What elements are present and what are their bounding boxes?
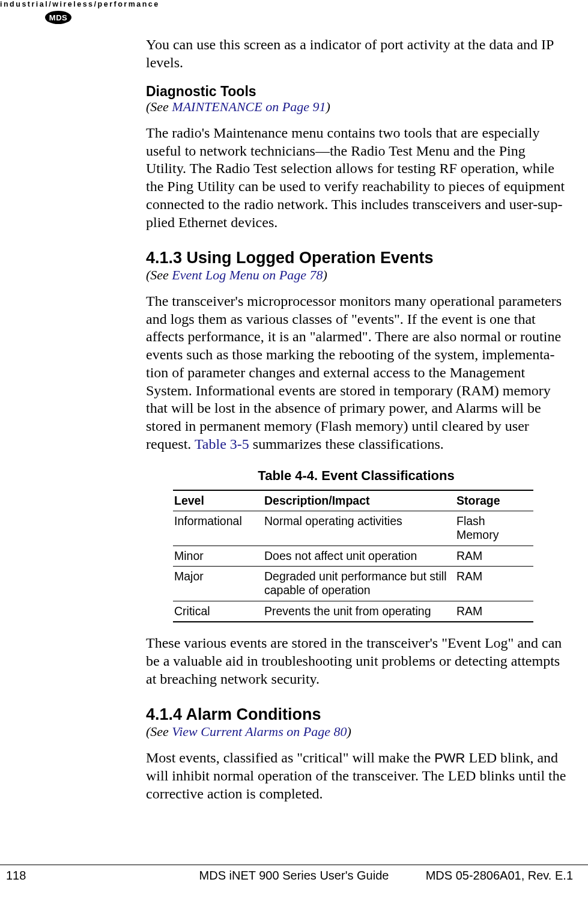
diagnostic-tools-body: The radio's Maintenance menu contains tw… bbox=[146, 124, 566, 232]
ref-prefix: (See bbox=[146, 267, 172, 282]
diagnostic-tools-reference: (See MAINTENANCE on Page 91) bbox=[146, 99, 566, 115]
table-3-5-link[interactable]: Table 3-5 bbox=[195, 436, 249, 452]
section-413-reference: (See Event Log Menu on Page 78) bbox=[146, 267, 566, 283]
page-footer: MDS iNET 900 Series User's Guide 118 MDS… bbox=[0, 865, 588, 883]
pwr-led-text: PWR bbox=[434, 750, 465, 765]
cell-level: Minor bbox=[173, 546, 263, 566]
th-storage: Storage bbox=[455, 490, 533, 511]
cell-storage: Flash Memory bbox=[455, 511, 533, 546]
cell-desc: Does not affect unit operation bbox=[263, 546, 455, 566]
body-part2: summarizes these classifications. bbox=[249, 436, 444, 452]
th-description: Description/Impact bbox=[263, 490, 455, 511]
body-part1: Most events, classified as "critical" wi… bbox=[146, 750, 434, 765]
logo-text: MDS bbox=[49, 13, 67, 22]
cell-level: Informational bbox=[173, 511, 263, 546]
cell-desc: Normal operating activities bbox=[263, 511, 455, 546]
footer-title: MDS iNET 900 Series User's Guide bbox=[0, 869, 588, 883]
table-header-row: Level Description/Impact Storage bbox=[173, 490, 533, 511]
after-table-paragraph: These various events are stored in the t… bbox=[146, 634, 566, 688]
cell-desc: Degraded unit performance but still capa… bbox=[263, 566, 455, 601]
section-414-body: Most events, classified as "critical" wi… bbox=[146, 749, 566, 803]
ref-suffix: ) bbox=[326, 99, 330, 114]
mds-logo: MDS bbox=[45, 11, 71, 24]
ref-suffix: ) bbox=[347, 724, 351, 739]
event-classifications-table: Level Description/Impact Storage Informa… bbox=[173, 490, 533, 622]
cell-storage: RAM bbox=[455, 546, 533, 566]
table-row: Minor Does not affect unit operation RAM bbox=[173, 546, 533, 566]
section-414-heading: 4.1.4 Alarm Conditions bbox=[146, 706, 566, 724]
cell-level: Critical bbox=[173, 601, 263, 622]
cell-level: Major bbox=[173, 566, 263, 601]
header-tagline: industrial/wireless/performance bbox=[0, 0, 160, 8]
logo-ellipse-icon: MDS bbox=[45, 11, 71, 24]
page: industrial/wireless/performance MDS You … bbox=[0, 0, 588, 903]
ref-prefix: (See bbox=[146, 99, 172, 114]
cell-desc: Prevents the unit from operating bbox=[263, 601, 455, 622]
section-413-heading: 4.1.3 Using Logged Operation Events bbox=[146, 249, 566, 267]
ref-prefix: (See bbox=[146, 724, 172, 739]
event-log-menu-link[interactable]: Event Log Menu on Page 78 bbox=[172, 267, 323, 282]
diagnostic-tools-heading: Diagnostic Tools bbox=[146, 84, 566, 99]
table-caption: Table 4-4. Event Classifications bbox=[146, 468, 566, 484]
body-part1: The transceiver's microprocessor monitor… bbox=[146, 293, 562, 452]
section-413-body: The transceiver's microprocessor monitor… bbox=[146, 293, 566, 454]
table-row: Critical Prevents the unit from operatin… bbox=[173, 601, 533, 622]
content-area: You can use this screen as a indicator o… bbox=[146, 36, 566, 815]
maintenance-link[interactable]: MAINTENANCE on Page 91 bbox=[172, 99, 326, 114]
ref-suffix: ) bbox=[323, 267, 327, 282]
section-414-reference: (See View Current Alarms on Page 80) bbox=[146, 724, 566, 740]
intro-paragraph: You can use this screen as a indicator o… bbox=[146, 36, 566, 72]
cell-storage: RAM bbox=[455, 601, 533, 622]
view-current-alarms-link[interactable]: View Current Alarms on Page 80 bbox=[172, 724, 347, 739]
th-level: Level bbox=[173, 490, 263, 511]
table-row: Major Degraded unit performance but stil… bbox=[173, 566, 533, 601]
cell-storage: RAM bbox=[455, 566, 533, 601]
table-row: Informational Normal operating activitie… bbox=[173, 511, 533, 546]
